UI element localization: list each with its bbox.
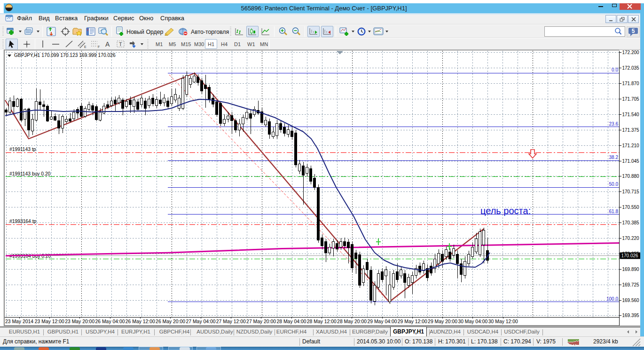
svg-text:5: 5 xyxy=(632,28,635,34)
svg-text:171.210: 171.210 xyxy=(622,143,640,148)
svg-text:23 May 12:00: 23 May 12:00 xyxy=(35,319,64,324)
svg-text:27 May 12:00: 27 May 12:00 xyxy=(216,319,246,324)
svg-text:169.890: 169.890 xyxy=(622,267,640,272)
svg-text:100.0: 100.0 xyxy=(606,296,618,302)
svg-text:171.540: 171.540 xyxy=(622,112,640,117)
svg-text:#1991143 buy 0.20: #1991143 buy 0.20 xyxy=(9,171,51,176)
svg-text:30 May 12:00: 30 May 12:00 xyxy=(488,319,518,324)
svg-text:170.550: 170.550 xyxy=(622,205,640,210)
svg-text:F: F xyxy=(98,45,100,48)
svg-text:0.0: 0.0 xyxy=(612,67,618,72)
svg-text:#1993164 tp: #1993164 tp xyxy=(9,219,37,224)
svg-text:23 May 2014: 23 May 2014 xyxy=(5,319,33,324)
svg-text:61.8: 61.8 xyxy=(609,209,619,214)
svg-text:23 May 20:00: 23 May 20:00 xyxy=(65,319,94,324)
svg-text:172.035: 172.035 xyxy=(622,65,640,71)
svg-text:#1991143 tp: #1991143 tp xyxy=(9,147,36,152)
svg-text:цель роста:: цель роста: xyxy=(480,206,531,216)
svg-text:169.725: 169.725 xyxy=(622,282,640,287)
svg-text:171.870: 171.870 xyxy=(622,81,640,86)
svg-text:T: T xyxy=(119,41,122,47)
svg-text:38.2: 38.2 xyxy=(609,155,619,160)
svg-text:170.385: 170.385 xyxy=(622,220,640,225)
svg-text:170.715: 170.715 xyxy=(622,189,640,194)
svg-text:GBPJPY,H1 170.099 170.123 169: GBPJPY,H1 170.099 170.123 169.999 170.02… xyxy=(14,53,116,58)
svg-text:171.045: 171.045 xyxy=(622,159,640,164)
svg-text:29 May 12:00: 29 May 12:00 xyxy=(398,319,427,324)
svg-text:170.880: 170.880 xyxy=(622,174,640,179)
svg-text:26 May 04:00: 26 May 04:00 xyxy=(95,319,125,324)
svg-text:26 May 12:00: 26 May 12:00 xyxy=(126,319,155,324)
svg-text:28 May 12:00: 28 May 12:00 xyxy=(307,319,337,324)
svg-text:50.0: 50.0 xyxy=(609,182,619,187)
svg-text:E: E xyxy=(84,45,86,48)
svg-text:172.200: 172.200 xyxy=(622,50,640,55)
svg-text:30 May 04:00: 30 May 04:00 xyxy=(458,319,487,324)
svg-text:27 May 20:00: 27 May 20:00 xyxy=(246,319,276,324)
svg-text:29 May 04:00: 29 May 04:00 xyxy=(368,319,397,324)
svg-text:169.560: 169.560 xyxy=(622,298,640,303)
svg-text:27 May 04:00: 27 May 04:00 xyxy=(186,319,216,324)
svg-text:28 May 20:00: 28 May 20:00 xyxy=(337,319,367,324)
svg-text:169.395: 169.395 xyxy=(622,313,640,318)
svg-text:A: A xyxy=(105,40,110,48)
svg-text:28 May 04:00: 28 May 04:00 xyxy=(277,319,306,324)
svg-text:170.026: 170.026 xyxy=(621,253,639,258)
svg-text:26 May 20:00: 26 May 20:00 xyxy=(156,319,185,324)
svg-text:170.220: 170.220 xyxy=(622,236,640,241)
svg-text:171.375: 171.375 xyxy=(622,127,640,133)
svg-text:23.6: 23.6 xyxy=(609,121,619,127)
svg-text:29 May 20:00: 29 May 20:00 xyxy=(428,319,457,324)
svg-text:171.705: 171.705 xyxy=(622,96,640,102)
